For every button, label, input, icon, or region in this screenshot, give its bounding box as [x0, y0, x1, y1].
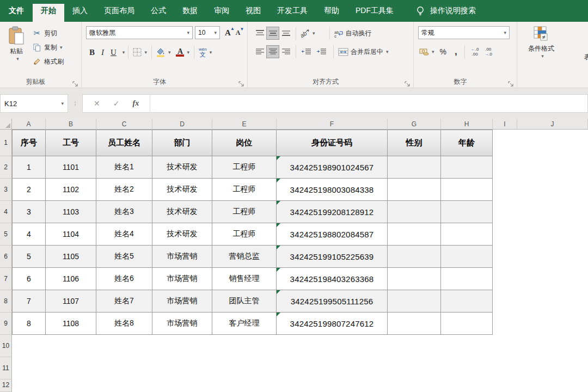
cell[interactable]: 342425199105225639 [277, 246, 388, 268]
decrease-font-size-button[interactable]: A▼ [236, 29, 241, 37]
row-header-4[interactable]: 4 [0, 201, 12, 223]
row-header-7[interactable]: 7 [0, 268, 12, 290]
cell[interactable]: 1101 [46, 156, 96, 179]
tab-view[interactable]: 视图 [237, 0, 269, 22]
increase-decimal-button[interactable]: ←.0 .00 [468, 47, 482, 57]
cell[interactable]: 团队主管 [212, 290, 277, 313]
cancel-entry-icon[interactable]: ✕ [87, 99, 107, 108]
tab-file[interactable]: 文件 [0, 0, 33, 22]
cell[interactable]: 姓名3 [96, 201, 152, 223]
cell[interactable]: 342425198003084338 [277, 179, 388, 201]
cell[interactable]: 工程师 [212, 201, 277, 223]
header-cell[interactable]: 年龄 [441, 130, 493, 156]
cell[interactable]: 技术研发 [152, 179, 212, 201]
cell[interactable]: 销售经理 [212, 268, 277, 290]
cell[interactable]: 1104 [46, 223, 96, 246]
cell[interactable]: 1 [12, 156, 46, 179]
format-painter-button[interactable]: 格式刷 [32, 54, 64, 69]
header-cell[interactable]: 岗位 [212, 130, 277, 156]
font-size-select[interactable]: 10 ▾ [195, 26, 220, 39]
fill-color-dropdown-icon[interactable]: ▾ [168, 50, 171, 55]
column-header-G[interactable]: G [388, 119, 441, 130]
conditional-formatting-dropdown-icon[interactable]: ▾ [524, 53, 561, 59]
row-header-9[interactable]: 9 [0, 313, 12, 335]
tab-page-layout[interactable]: 页面布局 [96, 0, 143, 22]
column-header-E[interactable]: E [212, 119, 277, 130]
cell[interactable]: 1105 [46, 246, 96, 268]
align-left-button[interactable] [253, 45, 266, 58]
increase-font-size-button[interactable]: A▲ [225, 28, 231, 38]
cell[interactable] [441, 313, 493, 335]
formula-input[interactable] [150, 94, 588, 113]
cell[interactable]: 7 [12, 290, 46, 313]
tab-data[interactable]: 数据 [174, 0, 206, 22]
cell[interactable]: 6 [12, 268, 46, 290]
select-all-button[interactable] [0, 119, 12, 130]
tab-insert[interactable]: 插入 [64, 0, 96, 22]
cell[interactable]: 1103 [46, 201, 96, 223]
cell[interactable] [441, 290, 493, 313]
cell[interactable]: 1107 [46, 290, 96, 313]
align-top-button[interactable] [253, 27, 266, 40]
cell[interactable]: 市场营销 [152, 290, 212, 313]
merge-center-dropdown-icon[interactable]: ▾ [386, 49, 389, 54]
format-as-table-button[interactable]: 套用 表格格式 [567, 26, 588, 62]
cell[interactable]: 营销总监 [212, 246, 277, 268]
conditional-formatting-button[interactable]: ≠ 条件格式 ▾ [522, 26, 561, 59]
cell[interactable] [441, 268, 493, 290]
cell[interactable]: 1108 [46, 313, 96, 335]
cell[interactable] [441, 246, 493, 268]
cell[interactable] [441, 179, 493, 201]
increase-indent-button[interactable] [315, 45, 328, 58]
row-header-1[interactable]: 1 [0, 130, 12, 156]
cell[interactable]: 姓名8 [96, 313, 152, 335]
cell[interactable]: 技术研发 [152, 201, 212, 223]
cell[interactable]: 姓名5 [96, 246, 152, 268]
cell[interactable] [388, 223, 441, 246]
percent-style-button[interactable]: % [436, 47, 451, 56]
bold-button[interactable]: B [86, 48, 98, 57]
align-center-button[interactable] [266, 45, 279, 58]
tell-me-search[interactable]: 操作说明搜索 [416, 0, 476, 22]
cell[interactable]: 5 [12, 246, 46, 268]
underline-button[interactable]: U [107, 48, 120, 57]
cell[interactable]: 1102 [46, 179, 96, 201]
clipboard-dialog-launcher-icon[interactable] [72, 79, 79, 86]
orientation-dropdown-icon[interactable]: ▾ [313, 30, 315, 36]
cell[interactable] [388, 313, 441, 335]
header-cell[interactable]: 部门 [152, 130, 212, 156]
cell[interactable]: 工程师 [212, 179, 277, 201]
cell[interactable] [441, 201, 493, 223]
paste-button[interactable]: 粘贴 ▾ [4, 26, 28, 62]
row-header-5[interactable]: 5 [0, 223, 12, 246]
cell[interactable]: 342425198901024567 [277, 156, 388, 179]
font-color-dropdown-icon[interactable]: ▾ [187, 50, 189, 55]
cell[interactable]: 技术研发 [152, 223, 212, 246]
column-header-J[interactable]: J [517, 119, 588, 130]
font-name-select[interactable]: 微软雅黑 ▾ [86, 26, 193, 39]
name-box[interactable]: K12 ▾ [0, 94, 68, 113]
accounting-format-button[interactable]: ▾ [418, 48, 436, 56]
column-header-I[interactable]: I [493, 119, 517, 130]
cell[interactable] [388, 268, 441, 290]
cell[interactable]: 3 [12, 201, 46, 223]
name-box-dropdown-icon[interactable]: ▾ [61, 101, 64, 106]
cell[interactable]: 市场营销 [152, 246, 212, 268]
header-cell[interactable]: 身份证号码 [277, 130, 388, 156]
tab-home[interactable]: 开始 [33, 4, 64, 22]
number-dialog-launcher-icon[interactable] [508, 79, 514, 86]
cell[interactable]: 姓名4 [96, 223, 152, 246]
column-header-B[interactable]: B [46, 119, 96, 130]
cell[interactable]: 2 [12, 179, 46, 201]
cell[interactable]: 1106 [46, 268, 96, 290]
cut-button[interactable]: ✂ 剪切 [32, 26, 64, 40]
orientation-button[interactable]: ab ▾ [299, 29, 316, 38]
cell[interactable]: 342425198403263368 [277, 268, 388, 290]
tab-help[interactable]: 帮助 [316, 0, 347, 22]
cell[interactable]: 技术研发 [152, 156, 212, 179]
column-header-D[interactable]: D [152, 119, 212, 130]
cell[interactable]: 姓名1 [96, 156, 152, 179]
column-header-H[interactable]: H [441, 119, 493, 130]
column-header-F[interactable]: F [277, 119, 388, 130]
decrease-decimal-button[interactable]: .00 →.0 [481, 47, 495, 57]
